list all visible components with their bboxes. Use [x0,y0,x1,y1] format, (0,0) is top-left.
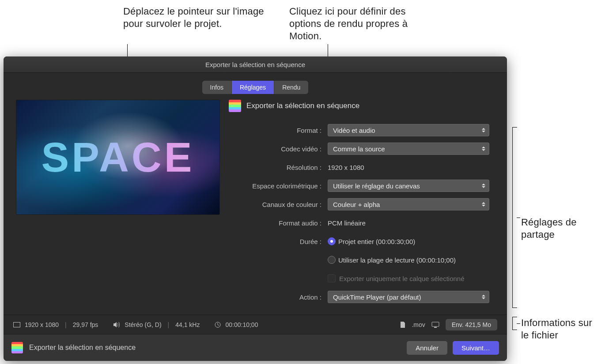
window-title: Exporter la sélection en séquence [205,61,305,68]
callout-line [517,218,520,218]
select-format[interactable]: Vidéo et audio [328,124,489,136]
callout-file-info: Informations sur le fichier [521,317,601,341]
motion-icon [229,100,241,112]
label-colorspace: Espace colorimétrique : [229,182,321,190]
tab-rendu[interactable]: Rendu [274,81,308,94]
status-samplerate: 44,1 kHz [175,321,200,328]
checkbox-export-layer: Exporter uniquement le calque sélectionn… [328,274,465,282]
svg-rect-3 [434,327,437,328]
footer: Exporter la sélection en séquence Annule… [4,334,507,361]
status-duration: 00:00:10;00 [225,321,258,328]
label-audioformat: Format audio : [229,219,321,227]
tab-reglages[interactable]: Réglages [231,81,274,94]
window-titlebar: Exporter la sélection en séquence [4,56,507,73]
select-codec-value: Comme la source [333,145,385,153]
tab-infos[interactable]: Infos [202,81,231,94]
radio-icon [328,256,336,264]
radio-duration-project-label: Projet entier (00:00:30;00) [338,238,415,245]
export-window: Exporter la sélection en séquence Infos … [4,56,507,361]
preview-thumbnail[interactable]: SPACE [16,100,220,215]
status-bar: 1920 x 1080 | 29,97 fps Stéréo (G, D) | … [4,315,507,334]
status-size-estimate: Env. 421,5 Mo [446,319,497,330]
label-codec: Codec vidéo : [229,145,321,153]
select-colorchannels[interactable]: Couleur + alpha [328,198,489,210]
select-action[interactable]: QuickTime Player (par défaut) [328,291,489,303]
preview-text: SPACE [16,134,219,181]
value-audioformat: PCM linéaire [328,219,366,227]
svg-rect-0 [14,323,20,327]
select-colorspace-value: Utiliser le réglage du canevas [333,182,420,190]
callout-share-settings: Réglages de partage [521,216,601,241]
bracket-file-info [512,317,513,330]
file-icon [400,322,405,328]
callout-render-tab: Cliquez ici pour définir des options de … [289,5,431,42]
cancel-button[interactable]: Annuler [407,341,447,355]
clock-icon [215,322,221,328]
chevron-updown-icon [480,126,487,135]
select-codec[interactable]: Comme la source [328,143,489,155]
radio-duration-playrange[interactable]: Utiliser la plage de lecture (00:00:10;0… [328,256,456,264]
radio-duration-playrange-label: Utiliser la plage de lecture (00:00:10;0… [338,256,456,264]
value-resolution: 1920 x 1080 [328,164,364,171]
callout-preview-hover: Déplacez le pointeur sur l'image pour su… [123,5,269,30]
bracket-share-settings [512,127,513,308]
frame-icon [13,322,20,327]
chevron-updown-icon [480,144,487,153]
callout-line [517,323,520,324]
chevron-updown-icon [480,181,487,190]
radio-icon [328,237,336,245]
next-button[interactable]: Suivant… [453,341,499,355]
checkbox-icon [328,274,336,282]
status-audio: Stéréo (G, D) [125,321,161,328]
status-fps: 29,97 fps [73,321,98,328]
chevron-updown-icon [480,293,487,301]
preview-image: SPACE [16,100,219,214]
label-duration: Durée : [229,238,321,245]
select-colorchannels-value: Couleur + alpha [333,201,380,208]
chevron-updown-icon [480,200,487,209]
label-action: Action : [229,293,321,301]
label-colorchannels: Canaux de couleur : [229,201,321,208]
label-format: Format : [229,127,321,134]
label-resolution: Résolution : [229,164,321,171]
section-title: Exporter la sélection en séquence [246,101,359,110]
select-action-value: QuickTime Player (par défaut) [333,293,421,301]
display-icon [431,322,439,328]
checkbox-export-layer-label: Exporter uniquement le calque sélectionn… [339,275,465,282]
status-dimensions: 1920 x 1080 [25,321,59,328]
speaker-icon [113,322,120,328]
svg-rect-2 [432,322,439,326]
footer-title: Exporter la sélection en séquence [29,344,136,352]
motion-icon [11,342,23,353]
status-extension: .mov [412,321,425,328]
tabs: Infos Réglages Rendu [4,81,507,94]
radio-duration-project[interactable]: Projet entier (00:00:30;00) [328,237,415,245]
select-format-value: Vidéo et audio [333,127,375,134]
select-colorspace[interactable]: Utiliser le réglage du canevas [328,180,489,192]
